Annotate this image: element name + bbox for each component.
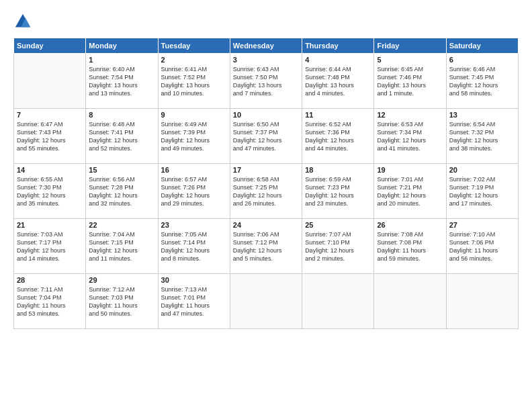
cell-content: Sunrise: 7:08 AM Sunset: 7:08 PM Dayligh… — [377, 230, 443, 263]
calendar-cell — [446, 274, 518, 329]
day-number: 21 — [17, 221, 83, 229]
cell-content: Sunrise: 6:58 AM Sunset: 7:25 PM Dayligh… — [233, 175, 299, 208]
calendar-cell: 26Sunrise: 7:08 AM Sunset: 7:08 PM Dayli… — [374, 219, 446, 274]
calendar-cell: 11Sunrise: 6:52 AM Sunset: 7:36 PM Dayli… — [302, 109, 374, 164]
calendar-cell: 9Sunrise: 6:49 AM Sunset: 7:39 PM Daylig… — [158, 109, 230, 164]
day-number: 6 — [449, 56, 515, 64]
calendar-cell: 23Sunrise: 7:05 AM Sunset: 7:14 PM Dayli… — [158, 219, 230, 274]
day-number: 27 — [449, 221, 515, 229]
day-number: 23 — [161, 221, 227, 229]
day-number: 9 — [161, 111, 227, 119]
calendar-cell: 18Sunrise: 6:59 AM Sunset: 7:23 PM Dayli… — [302, 164, 374, 219]
calendar-cell — [302, 274, 374, 329]
cell-content: Sunrise: 6:46 AM Sunset: 7:45 PM Dayligh… — [449, 65, 515, 98]
weekday-header-monday: Monday — [86, 38, 158, 54]
calendar-cell: 24Sunrise: 7:06 AM Sunset: 7:12 PM Dayli… — [230, 219, 302, 274]
cell-content: Sunrise: 7:01 AM Sunset: 7:21 PM Dayligh… — [377, 175, 443, 208]
calendar-cell — [374, 274, 446, 329]
day-number: 4 — [305, 56, 371, 64]
calendar-cell: 27Sunrise: 7:10 AM Sunset: 7:06 PM Dayli… — [446, 219, 518, 274]
calendar-cell: 10Sunrise: 6:50 AM Sunset: 7:37 PM Dayli… — [230, 109, 302, 164]
page: SundayMondayTuesdayWednesdayThursdayFrid… — [0, 0, 532, 411]
day-number: 28 — [17, 276, 83, 284]
day-number: 11 — [305, 111, 371, 119]
day-number: 3 — [233, 56, 299, 64]
calendar-cell — [230, 274, 302, 329]
calendar-cell: 4Sunrise: 6:44 AM Sunset: 7:48 PM Daylig… — [302, 54, 374, 109]
day-number: 8 — [89, 111, 154, 119]
calendar-cell: 22Sunrise: 7:04 AM Sunset: 7:15 PM Dayli… — [86, 219, 158, 274]
day-number: 12 — [377, 111, 443, 119]
day-number: 18 — [305, 166, 371, 174]
cell-content: Sunrise: 7:05 AM Sunset: 7:14 PM Dayligh… — [161, 230, 227, 263]
cell-content: Sunrise: 7:06 AM Sunset: 7:12 PM Dayligh… — [233, 230, 299, 263]
day-number: 5 — [377, 56, 443, 64]
cell-content: Sunrise: 6:57 AM Sunset: 7:26 PM Dayligh… — [161, 175, 227, 208]
cell-content: Sunrise: 7:10 AM Sunset: 7:06 PM Dayligh… — [449, 230, 515, 263]
calendar-cell: 3Sunrise: 6:43 AM Sunset: 7:50 PM Daylig… — [230, 54, 302, 109]
cell-content: Sunrise: 6:44 AM Sunset: 7:48 PM Dayligh… — [305, 65, 371, 98]
logo — [13, 12, 35, 31]
week-row-1: 7Sunrise: 6:47 AM Sunset: 7:43 PM Daylig… — [14, 109, 519, 164]
cell-content: Sunrise: 6:56 AM Sunset: 7:28 PM Dayligh… — [89, 175, 154, 208]
weekday-header-friday: Friday — [374, 38, 446, 54]
cell-content: Sunrise: 6:48 AM Sunset: 7:41 PM Dayligh… — [89, 120, 154, 153]
cell-content: Sunrise: 6:52 AM Sunset: 7:36 PM Dayligh… — [305, 120, 371, 153]
day-number: 7 — [17, 111, 83, 119]
cell-content: Sunrise: 6:41 AM Sunset: 7:52 PM Dayligh… — [161, 65, 227, 98]
day-number: 25 — [305, 221, 371, 229]
calendar-cell: 7Sunrise: 6:47 AM Sunset: 7:43 PM Daylig… — [14, 109, 86, 164]
cell-content: Sunrise: 6:53 AM Sunset: 7:34 PM Dayligh… — [377, 120, 443, 153]
cell-content: Sunrise: 6:47 AM Sunset: 7:43 PM Dayligh… — [17, 120, 83, 153]
cell-content: Sunrise: 6:45 AM Sunset: 7:46 PM Dayligh… — [377, 65, 443, 98]
logo-icon — [13, 12, 32, 31]
cell-content: Sunrise: 7:02 AM Sunset: 7:19 PM Dayligh… — [449, 175, 515, 208]
calendar-cell: 6Sunrise: 6:46 AM Sunset: 7:45 PM Daylig… — [446, 54, 518, 109]
weekday-header-thursday: Thursday — [302, 38, 374, 54]
week-row-4: 28Sunrise: 7:11 AM Sunset: 7:04 PM Dayli… — [14, 274, 519, 329]
cell-content: Sunrise: 6:59 AM Sunset: 7:23 PM Dayligh… — [305, 175, 371, 208]
day-number: 16 — [161, 166, 227, 174]
weekday-header-sunday: Sunday — [14, 38, 86, 54]
header — [13, 12, 519, 31]
cell-content: Sunrise: 7:03 AM Sunset: 7:17 PM Dayligh… — [17, 230, 83, 263]
calendar-cell: 29Sunrise: 7:12 AM Sunset: 7:03 PM Dayli… — [86, 274, 158, 329]
calendar-cell: 14Sunrise: 6:55 AM Sunset: 7:30 PM Dayli… — [14, 164, 86, 219]
calendar-cell — [14, 54, 86, 109]
weekday-header-tuesday: Tuesday — [158, 38, 230, 54]
day-number: 29 — [89, 276, 154, 284]
calendar-cell: 8Sunrise: 6:48 AM Sunset: 7:41 PM Daylig… — [86, 109, 158, 164]
calendar-cell: 16Sunrise: 6:57 AM Sunset: 7:26 PM Dayli… — [158, 164, 230, 219]
calendar-cell: 15Sunrise: 6:56 AM Sunset: 7:28 PM Dayli… — [86, 164, 158, 219]
day-number: 13 — [449, 111, 515, 119]
cell-content: Sunrise: 6:43 AM Sunset: 7:50 PM Dayligh… — [233, 65, 299, 98]
week-row-0: 1Sunrise: 6:40 AM Sunset: 7:54 PM Daylig… — [14, 54, 519, 109]
day-number: 14 — [17, 166, 83, 174]
day-number: 2 — [161, 56, 227, 64]
calendar-cell: 30Sunrise: 7:13 AM Sunset: 7:01 PM Dayli… — [158, 274, 230, 329]
calendar-cell: 5Sunrise: 6:45 AM Sunset: 7:46 PM Daylig… — [374, 54, 446, 109]
calendar-cell: 28Sunrise: 7:11 AM Sunset: 7:04 PM Dayli… — [14, 274, 86, 329]
calendar-cell: 19Sunrise: 7:01 AM Sunset: 7:21 PM Dayli… — [374, 164, 446, 219]
calendar-cell: 25Sunrise: 7:07 AM Sunset: 7:10 PM Dayli… — [302, 219, 374, 274]
cell-content: Sunrise: 7:04 AM Sunset: 7:15 PM Dayligh… — [89, 230, 154, 263]
cell-content: Sunrise: 6:40 AM Sunset: 7:54 PM Dayligh… — [89, 65, 154, 98]
day-number: 15 — [89, 166, 154, 174]
cell-content: Sunrise: 6:50 AM Sunset: 7:37 PM Dayligh… — [233, 120, 299, 153]
day-number: 17 — [233, 166, 299, 174]
weekday-header-wednesday: Wednesday — [230, 38, 302, 54]
calendar: SundayMondayTuesdayWednesdayThursdayFrid… — [13, 38, 519, 329]
cell-content: Sunrise: 6:49 AM Sunset: 7:39 PM Dayligh… — [161, 120, 227, 153]
day-number: 19 — [377, 166, 443, 174]
calendar-cell: 13Sunrise: 6:54 AM Sunset: 7:32 PM Dayli… — [446, 109, 518, 164]
weekday-header-saturday: Saturday — [446, 38, 518, 54]
cell-content: Sunrise: 7:11 AM Sunset: 7:04 PM Dayligh… — [17, 285, 83, 318]
day-number: 20 — [449, 166, 515, 174]
calendar-cell: 12Sunrise: 6:53 AM Sunset: 7:34 PM Dayli… — [374, 109, 446, 164]
day-number: 1 — [89, 56, 154, 64]
day-number: 24 — [233, 221, 299, 229]
cell-content: Sunrise: 7:07 AM Sunset: 7:10 PM Dayligh… — [305, 230, 371, 263]
week-row-2: 14Sunrise: 6:55 AM Sunset: 7:30 PM Dayli… — [14, 164, 519, 219]
calendar-cell: 2Sunrise: 6:41 AM Sunset: 7:52 PM Daylig… — [158, 54, 230, 109]
cell-content: Sunrise: 6:54 AM Sunset: 7:32 PM Dayligh… — [449, 120, 515, 153]
